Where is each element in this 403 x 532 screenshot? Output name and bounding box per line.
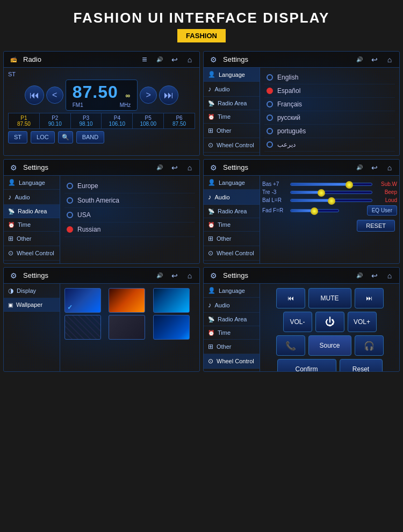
- mute-button[interactable]: MUTE: [308, 288, 351, 308]
- lang-espanol[interactable]: Español: [264, 84, 395, 98]
- treble-slider[interactable]: [290, 191, 372, 194]
- lang-francais[interactable]: Français: [264, 98, 395, 111]
- sidebar-time[interactable]: Time: [204, 110, 260, 124]
- radio-prev[interactable]: <: [46, 87, 63, 104]
- area-usa[interactable]: USA: [64, 208, 195, 222]
- lang-russian[interactable]: русский: [264, 111, 395, 125]
- wallpaper-orange[interactable]: [109, 288, 145, 313]
- balance-slider[interactable]: [290, 199, 372, 202]
- lang-portuguese-radio: [267, 128, 273, 134]
- wheel-sidebar-lang[interactable]: Language: [204, 284, 260, 298]
- display-sidebar-wallpaper[interactable]: Wallpaper: [4, 298, 60, 312]
- vol-plus-button[interactable]: VOL+: [348, 312, 377, 332]
- back-icon-area[interactable]: [169, 162, 180, 173]
- phone-answer-button[interactable]: 📞: [276, 335, 305, 356]
- vol-icon-area[interactable]: [154, 162, 165, 173]
- source-button[interactable]: Source: [308, 335, 351, 356]
- area-sidebar-wheel[interactable]: Wheel Control: [4, 246, 60, 261]
- back-icon-display[interactable]: [169, 270, 180, 281]
- sidebar-wheel[interactable]: Wheel Control: [204, 138, 260, 153]
- sidebar-other[interactable]: Other: [204, 124, 260, 138]
- home-icon-display[interactable]: [184, 270, 195, 281]
- preset-p6[interactable]: P6 87.50: [164, 113, 195, 128]
- sidebar-radio-area[interactable]: Radio Area: [204, 97, 260, 110]
- fashion-badge: FASHION: [177, 29, 226, 42]
- sidebar-audio[interactable]: Audio: [204, 82, 260, 97]
- home-icon-audio[interactable]: [384, 162, 395, 173]
- preset-p1[interactable]: P1 87.50: [9, 113, 40, 128]
- radio-prev-prev[interactable]: ⏮: [25, 85, 44, 105]
- home-icon-lang[interactable]: [384, 54, 395, 65]
- audio-sidebar-lang[interactable]: Language: [204, 176, 260, 190]
- lang-portuguese[interactable]: português: [264, 125, 395, 138]
- lang-arabic[interactable]: دیرعب: [264, 138, 395, 152]
- area-russian[interactable]: Russian: [64, 222, 195, 237]
- eq-user-button[interactable]: EQ User: [367, 205, 397, 215]
- loc-button[interactable]: LOC: [31, 131, 55, 143]
- next-track-button[interactable]: ⏭: [355, 288, 384, 308]
- vol-icon-display[interactable]: [154, 270, 165, 281]
- earphone-button[interactable]: 🎧: [355, 335, 384, 356]
- radio-title: Radio: [23, 55, 135, 63]
- area-sidebar-audio[interactable]: Audio: [4, 190, 60, 205]
- radio-next[interactable]: >: [140, 87, 157, 104]
- wheel-lang-icon: [208, 287, 215, 294]
- prev-track-button[interactable]: ⏮: [276, 288, 305, 308]
- audio-sidebar-other[interactable]: Other: [204, 232, 260, 246]
- home-icon-wheel[interactable]: [384, 270, 395, 281]
- audio-sidebar-wheel[interactable]: Wheel Control: [204, 246, 260, 261]
- wallpaper-content: [60, 284, 199, 371]
- back-icon-wheel[interactable]: [369, 270, 380, 281]
- vol-icon[interactable]: [154, 54, 165, 65]
- wallpaper-dark[interactable]: [64, 315, 101, 340]
- area-lang-icon: [8, 179, 16, 186]
- area-europe[interactable]: Europe: [64, 179, 195, 193]
- display-sidebar-display[interactable]: Display: [4, 284, 60, 298]
- audio-reset-button[interactable]: RESET: [357, 220, 395, 232]
- reset-wheel-button[interactable]: Reset: [340, 359, 383, 372]
- preset-p2[interactable]: P2 90.10: [40, 113, 71, 128]
- radio-next-next[interactable]: ⏭: [159, 85, 178, 105]
- area-sidebar-time[interactable]: Time: [4, 218, 60, 232]
- home-icon-area[interactable]: [184, 162, 195, 173]
- settings-wheel-sidebar: Language Audio Radio Area Time Other: [204, 284, 260, 371]
- home-icon[interactable]: [184, 54, 195, 65]
- band-button[interactable]: BAND: [76, 131, 105, 143]
- audio-sidebar-audio[interactable]: Audio: [204, 190, 260, 205]
- area-sidebar-radio[interactable]: Radio Area: [4, 205, 60, 218]
- vol-minus-button[interactable]: VOL-: [283, 312, 312, 332]
- bass-slider[interactable]: [290, 183, 372, 186]
- vol-icon-audio[interactable]: [354, 162, 365, 173]
- wallpaper-gray[interactable]: [109, 315, 145, 340]
- wheel-sidebar-time[interactable]: Time: [204, 326, 260, 340]
- wheel-sidebar-radio[interactable]: Radio Area: [204, 313, 260, 326]
- vol-icon-lang[interactable]: [354, 54, 365, 65]
- wheel-sidebar-wheel[interactable]: Wheel Control: [204, 354, 260, 369]
- sidebar-language[interactable]: Language: [204, 68, 260, 82]
- audio-sidebar-time[interactable]: Time: [204, 218, 260, 232]
- st-button[interactable]: ST: [8, 131, 27, 143]
- audio-sidebar-radio[interactable]: Radio Area: [204, 205, 260, 218]
- preset-p5[interactable]: P5 108.00: [133, 113, 164, 128]
- power-button[interactable]: ⏻: [315, 312, 344, 332]
- wheel-sidebar-audio[interactable]: Audio: [204, 298, 260, 313]
- search-button[interactable]: 🔍: [58, 131, 73, 143]
- area-sidebar-lang[interactable]: Language: [4, 176, 60, 190]
- wallpaper-blue[interactable]: [64, 288, 101, 313]
- confirm-button[interactable]: Confirm: [277, 359, 336, 372]
- wallpaper-cyan[interactable]: [153, 288, 190, 313]
- preset-p3[interactable]: P3 98.10: [71, 113, 102, 128]
- audio-lang-icon: [208, 179, 215, 186]
- back-icon[interactable]: [169, 54, 180, 65]
- vol-icon-wheel[interactable]: [354, 270, 365, 281]
- back-icon-audio[interactable]: [369, 162, 380, 173]
- wheel-sidebar-other[interactable]: Other: [204, 340, 260, 354]
- eq-icon[interactable]: [139, 54, 150, 65]
- preset-p4[interactable]: P4 106.10: [102, 113, 133, 128]
- back-icon-lang[interactable]: [369, 54, 380, 65]
- lang-english[interactable]: English: [264, 71, 395, 84]
- wallpaper-blue2[interactable]: [153, 315, 190, 340]
- area-sidebar-other[interactable]: Other: [4, 232, 60, 246]
- fader-slider[interactable]: [290, 209, 339, 212]
- area-south-america[interactable]: South America: [64, 193, 195, 208]
